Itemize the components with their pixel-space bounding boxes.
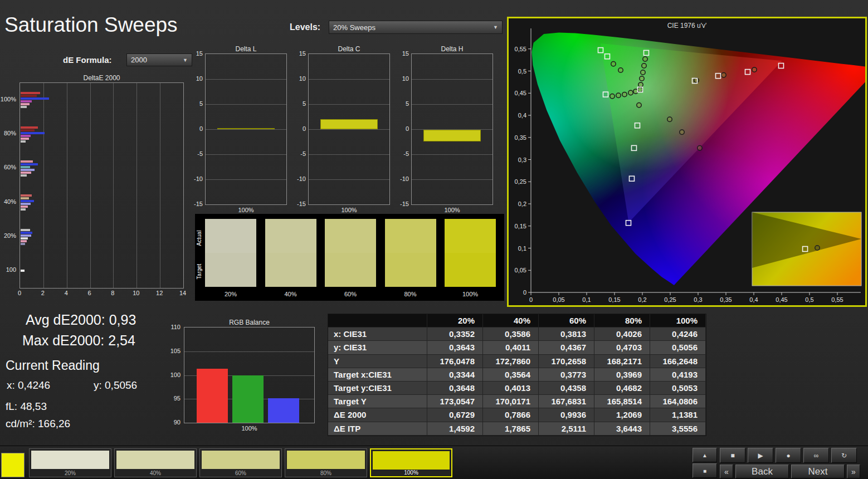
refresh-button[interactable]: ↻ [831, 448, 857, 463]
table-value-cell: 0,6729 [427, 408, 483, 422]
svg-text:0,35: 0,35 [515, 134, 526, 141]
deltae-y-labels: 100%80%60%40%20%100 [0, 82, 17, 289]
de-bar [21, 106, 27, 108]
play-button[interactable]: ▶ [748, 448, 773, 463]
svg-text:0,2: 0,2 [518, 201, 526, 207]
table-value-cell: 0,5053 [650, 382, 706, 395]
table-value-cell: 0,3586 [483, 328, 539, 341]
x-tick-label: 0 [14, 290, 25, 296]
gridline [206, 154, 286, 155]
svg-text:0,3: 0,3 [518, 157, 526, 163]
gridline [309, 104, 389, 105]
table-value-cell: 0,4367 [539, 341, 594, 354]
table-row-label: Y [328, 355, 427, 368]
cie-1976-diagram: CIE 1976 u'v' 00,050,10,150,20,250,30,35… [509, 18, 865, 305]
patch-color [116, 451, 194, 469]
panel-up-button[interactable]: ▲ [693, 448, 717, 462]
gridline [160, 83, 160, 288]
delta-y-tick: 5 [292, 100, 306, 107]
y-group-label: 60% [0, 164, 16, 170]
table-value-cell: 3,6443 [594, 422, 650, 436]
x-tick-label: 4 [61, 290, 72, 296]
svg-text:0,3: 0,3 [694, 296, 702, 303]
panel-frame-button[interactable]: ■ [693, 463, 717, 478]
table-value-cell: 1,2069 [594, 408, 650, 422]
table-value-cell: 0,4358 [539, 382, 594, 395]
delta-y-tick: -10 [189, 175, 203, 182]
svg-text:0,45: 0,45 [515, 90, 526, 96]
x-tick-label: 10 [130, 290, 142, 296]
de-bar [21, 103, 30, 105]
next-button[interactable]: Next [791, 465, 845, 478]
y-group-label: 100% [0, 96, 16, 102]
delta-y-tick: 10 [189, 75, 203, 82]
table-value-cell: 0,4013 [483, 382, 539, 395]
patch-button-60%[interactable]: 60% [199, 448, 282, 477]
de-bar [21, 240, 27, 242]
de-bar [21, 237, 28, 240]
table-value-cell: 172,7860 [483, 355, 539, 368]
de-bar [21, 100, 32, 102]
table-row-label: ΔE ITP [328, 422, 427, 436]
bottom-toolbar: 20%40%60%80%100%▲■■▶●∞↻«BackNext» [0, 446, 868, 479]
rgb-y-tick: 90 [165, 419, 181, 426]
de-bar [21, 232, 32, 234]
svg-text:0,2: 0,2 [638, 296, 646, 303]
swatch-target [385, 253, 436, 287]
rgb-bar-blue [268, 398, 299, 423]
patch-label: 40% [115, 470, 196, 476]
de-bar [21, 243, 25, 245]
next-arrow-button[interactable]: » [847, 465, 860, 478]
delta-chart-title: Delta L [205, 45, 287, 53]
gridline [43, 83, 44, 288]
swatch-comparison-strip: Actual Target 20%40%60%80%100% [195, 214, 504, 301]
back-button[interactable]: Back [735, 465, 789, 478]
patch-button-100%[interactable]: 100% [370, 448, 452, 477]
table-value-cell: 0,4682 [594, 382, 650, 395]
delta-x-label: 100% [308, 207, 390, 213]
table-value-cell: 0,3564 [483, 368, 539, 382]
table-value-cell: 170,2658 [539, 355, 594, 368]
current-y-value: y: 0,5056 [94, 379, 137, 392]
svg-text:0,4: 0,4 [749, 296, 758, 303]
loop-button[interactable]: ∞ [803, 448, 829, 463]
patch-color [287, 451, 365, 469]
gridline [309, 179, 389, 180]
patch-button-40%[interactable]: 40% [114, 448, 197, 477]
de-bar [21, 200, 34, 202]
svg-text:0,55: 0,55 [515, 46, 526, 52]
delta-y-tick: 5 [396, 100, 409, 107]
delta-y-tick: 15 [189, 50, 203, 57]
table-row-label: Target Y [328, 395, 427, 408]
cie-inset-zoom [752, 212, 861, 286]
de-bar [21, 138, 29, 140]
record-button[interactable]: ● [776, 448, 801, 463]
de-formula-value: 2000 [131, 56, 147, 64]
table-value-cell: 165,8514 [594, 395, 650, 408]
svg-text:0,25: 0,25 [515, 178, 526, 185]
current-color-swatch [1, 453, 25, 477]
levels-dropdown-value: 20% Sweeps [333, 23, 376, 32]
table-value-cell: 1,1381 [650, 408, 706, 422]
patch-label: 80% [285, 470, 367, 476]
chevron-down-icon: ▼ [493, 25, 498, 30]
de-bar [21, 132, 45, 134]
patch-button-20%[interactable]: 20% [29, 448, 111, 477]
patch-button-80%[interactable]: 80% [285, 448, 367, 477]
table-header-cell: 100% [650, 314, 706, 328]
table-header-cell: 80% [594, 314, 650, 328]
delta-chart-plot [308, 53, 390, 205]
svg-text:0,25: 0,25 [664, 296, 676, 303]
table-value-cell: 0,4026 [594, 328, 650, 341]
comparison-swatch [265, 219, 316, 287]
stop-button[interactable]: ■ [720, 448, 745, 463]
back-arrow-button[interactable]: « [720, 465, 733, 478]
delta-y-tick: 15 [292, 50, 306, 57]
table-value-cell: 0,3648 [427, 382, 483, 395]
svg-text:0,05: 0,05 [553, 296, 564, 303]
delta-y-tick: 10 [292, 75, 306, 82]
svg-text:0,5: 0,5 [518, 68, 526, 75]
table-value-cell: 1,7865 [483, 422, 539, 436]
levels-dropdown[interactable]: 20% Sweeps ▼ [329, 21, 503, 34]
de-formula-dropdown[interactable]: 2000 ▼ [126, 53, 192, 66]
